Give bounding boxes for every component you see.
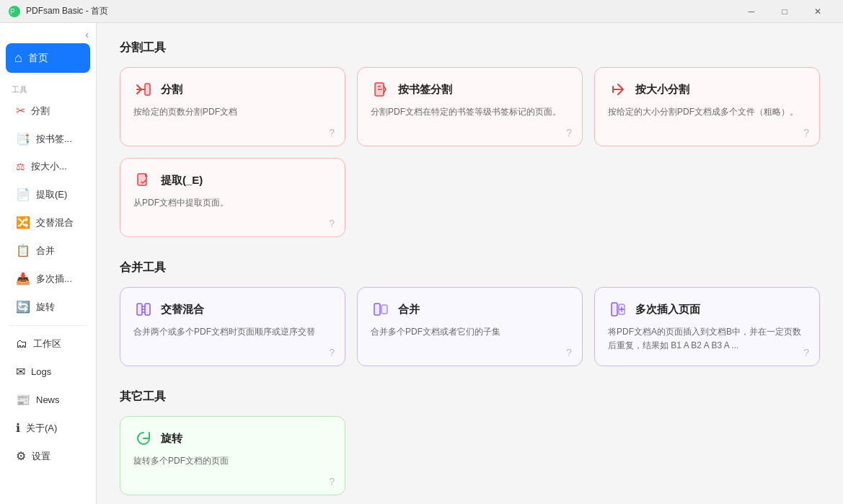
sidebar-item-logs[interactable]: ✉ Logs [4, 358, 92, 385]
card-insertpages-header: 多次插入页面 [608, 299, 806, 319]
sidebar-item-booksplit[interactable]: 📑 按书签... [4, 125, 92, 152]
main-content: 分割工具 分割 按给定的页数分割PDF文档 ? 按 [97, 23, 843, 504]
title-bar: P PDFsam Basic - 首页 ─ □ ✕ [0, 0, 843, 23]
merge-tools-grid: 交替混合 合并两个或多个PDF文档时页面顺序或逆序交替 ? 合并 合并多个PDF… [120, 287, 820, 366]
card-merge-header: 合并 [371, 299, 569, 319]
minimize-button[interactable]: ─ [735, 0, 768, 23]
home-icon: ⌂ [14, 50, 22, 66]
close-button[interactable]: ✕ [801, 0, 834, 23]
split-icon: ✂ [16, 104, 25, 118]
sidebar-item-split[interactable]: ✂ 分割 [4, 97, 92, 124]
sidebar-rotate-label: 旋转 [36, 301, 55, 314]
merge-tools-title: 合并工具 [120, 260, 820, 275]
card-sizeplit-help[interactable]: ? [803, 127, 809, 138]
merge-icon: 📋 [16, 244, 30, 257]
sidebar-booksplit-label: 按书签... [36, 133, 72, 146]
card-rotate-header: 旋转 [133, 428, 332, 448]
sidebar-item-extract[interactable]: 📄 提取(E) [4, 181, 92, 208]
window-controls: ─ □ ✕ [735, 0, 834, 23]
svg-rect-9 [374, 304, 380, 315]
card-sizeplit[interactable]: 按大小分割 按给定的大小分割PDF文档成多个文件（粗略）。 ? [594, 67, 820, 146]
title-bar-text: PDFsam Basic - 首页 [26, 5, 735, 17]
insertpages-icon: 📥 [16, 272, 30, 286]
sidebar-divider [9, 325, 87, 326]
sidebar: ‹ ⌂ 首页 工具 ✂ 分割 📑 按书签... ⚖ 按大小... 📄 提取(E)… [0, 23, 97, 504]
split-tools-grid: 分割 按给定的页数分割PDF文档 ? 按书签分割 分割PDF文档在特定的书签等级… [120, 67, 820, 237]
card-rotate-title: 旋转 [161, 432, 182, 446]
sidebar-item-insertpages[interactable]: 📥 多次插... [4, 265, 92, 292]
svg-rect-8 [145, 304, 150, 315]
card-split-help[interactable]: ? [329, 127, 335, 138]
logs-icon: ✉ [16, 365, 25, 379]
card-insertpages-help[interactable]: ? [803, 347, 809, 358]
card-alternate-desc: 合并两个或多个PDF文档时页面顺序或逆序交替 [133, 325, 332, 339]
card-split-desc: 按给定的页数分割PDF文档 [133, 105, 332, 119]
app-body: ‹ ⌂ 首页 工具 ✂ 分割 📑 按书签... ⚖ 按大小... 📄 提取(E)… [0, 23, 843, 504]
card-split-icon [133, 79, 154, 100]
card-split[interactable]: 分割 按给定的页数分割PDF文档 ? [120, 67, 345, 146]
sidebar-tools-label: 工具 [0, 81, 96, 97]
card-alternate-icon [133, 299, 154, 319]
card-extract-desc: 从PDF文档中提取页面。 [133, 196, 332, 210]
collapse-button[interactable]: ‹ [0, 23, 96, 43]
news-icon: 📰 [16, 393, 30, 407]
card-merge[interactable]: 合并 合并多个PDF文档或者它们的子集 ? [357, 287, 583, 366]
sizeplit-icon: ⚖ [16, 161, 25, 172]
card-booksplit-icon [371, 79, 391, 100]
other-tools-grid: 旋转 旋转多个PDF文档的页面 ? [120, 416, 820, 495]
booksplit-icon: 📑 [16, 132, 30, 146]
other-tools-title: 其它工具 [120, 389, 820, 404]
sidebar-extract-label: 提取(E) [36, 188, 67, 201]
sidebar-home-label: 首页 [28, 52, 48, 65]
card-extract-icon [133, 170, 154, 190]
sidebar-sizeplit-label: 按大小... [31, 160, 67, 173]
card-rotate-help[interactable]: ? [329, 476, 335, 487]
card-merge-icon [371, 299, 391, 319]
card-booksplit-header: 按书签分割 [371, 79, 569, 100]
sidebar-item-rotate[interactable]: 🔄 旋转 [4, 293, 92, 320]
extract-icon: 📄 [16, 187, 30, 201]
sidebar-merge-label: 合并 [36, 244, 55, 257]
card-booksplit[interactable]: 按书签分割 分割PDF文档在特定的书签等级书签标记的页面。 ? [357, 67, 583, 146]
sidebar-insertpages-label: 多次插... [36, 273, 72, 286]
sidebar-item-about[interactable]: ℹ 关于(A) [4, 415, 92, 441]
svg-rect-1 [145, 84, 150, 95]
sidebar-item-home[interactable]: ⌂ 首页 [6, 43, 90, 73]
card-insertpages[interactable]: 多次插入页面 将PDF文档A的页面插入到文档B中，并在一定页数后重复，结果如 B… [594, 287, 820, 366]
card-insertpages-icon [608, 299, 628, 319]
card-extract-help[interactable]: ? [329, 218, 335, 229]
app-icon: P [9, 6, 20, 17]
maximize-button[interactable]: □ [768, 0, 801, 23]
card-rotate-desc: 旋转多个PDF文档的页面 [133, 454, 332, 468]
card-split-title: 分割 [161, 83, 182, 97]
card-rotate[interactable]: 旋转 旋转多个PDF文档的页面 ? [120, 416, 345, 495]
svg-rect-10 [381, 305, 387, 314]
card-booksplit-help[interactable]: ? [566, 127, 572, 138]
sidebar-about-label: 关于(A) [26, 422, 57, 435]
sidebar-workspace-label: 工作区 [33, 337, 61, 350]
svg-text:P: P [10, 8, 15, 16]
sidebar-settings-label: 设置 [32, 450, 50, 463]
card-sizeplit-icon [608, 79, 628, 100]
sidebar-item-sizeplit[interactable]: ⚖ 按大小... [4, 154, 92, 180]
sidebar-alternate-label: 交替混合 [36, 216, 74, 229]
sidebar-item-settings[interactable]: ⚙ 设置 [4, 443, 92, 469]
split-tools-title: 分割工具 [120, 40, 820, 56]
sidebar-item-merge[interactable]: 📋 合并 [4, 237, 92, 264]
card-insertpages-title: 多次插入页面 [635, 303, 700, 317]
sidebar-item-workspace[interactable]: 🗂 工作区 [4, 331, 92, 357]
alternate-icon: 🔀 [16, 216, 30, 229]
sidebar-news-label: News [36, 394, 60, 405]
about-icon: ℹ [16, 421, 20, 435]
card-sizeplit-desc: 按给定的大小分割PDF文档成多个文件（粗略）。 [608, 105, 806, 119]
card-rotate-icon [133, 428, 154, 448]
sidebar-item-news[interactable]: 📰 News [4, 386, 92, 413]
card-booksplit-title: 按书签分割 [398, 83, 452, 97]
settings-icon: ⚙ [16, 449, 26, 463]
card-extract[interactable]: 提取(_E) 从PDF文档中提取页面。 ? [120, 158, 345, 237]
card-alternate-help[interactable]: ? [329, 347, 335, 358]
card-merge-help[interactable]: ? [566, 347, 572, 358]
card-alternate[interactable]: 交替混合 合并两个或多个PDF文档时页面顺序或逆序交替 ? [120, 287, 345, 366]
sidebar-item-alternate[interactable]: 🔀 交替混合 [4, 209, 92, 236]
card-extract-title: 提取(_E) [161, 174, 203, 187]
